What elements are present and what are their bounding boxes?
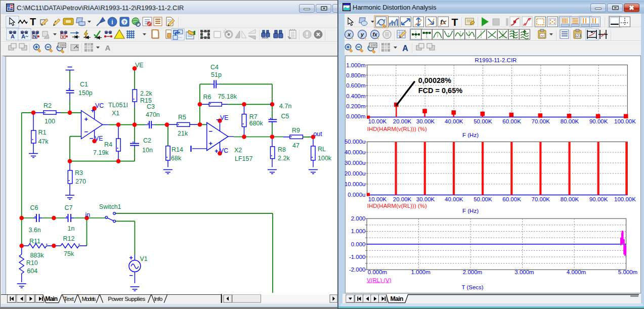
svg-text:Info: Info xyxy=(154,295,162,302)
svg-text:Main: Main xyxy=(45,295,58,302)
svg-text:Main: Main xyxy=(391,295,404,302)
svg-text:Power Supplies: Power Supplies xyxy=(108,295,145,302)
svg-text:Text: Text xyxy=(64,295,74,302)
svg-text:Models: Models xyxy=(82,295,96,302)
